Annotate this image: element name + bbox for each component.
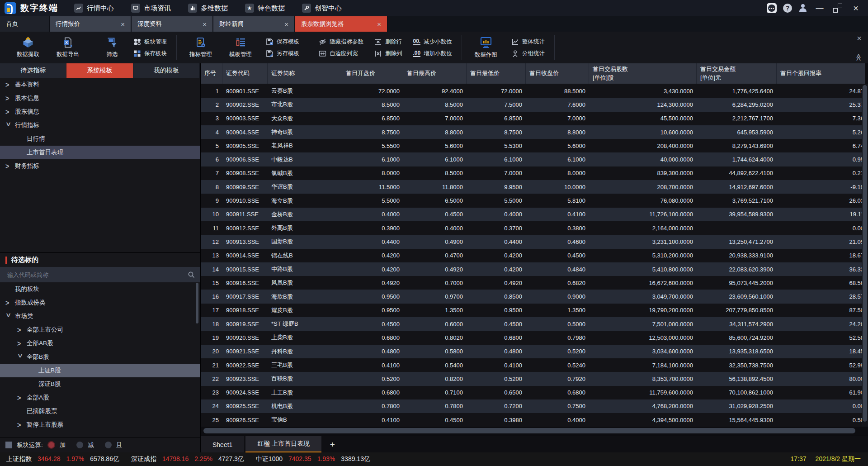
panel-collapse-icon[interactable]: ≪ — [854, 53, 863, 61]
table-row[interactable]: 22900923.SSE百联B股0.52000.82000.52000.7920… — [201, 372, 865, 385]
save-template-button[interactable]: 保存模板 — [266, 38, 299, 46]
overall-stats-button[interactable]: 整体统计 — [511, 38, 545, 46]
table-row[interactable]: 2900902.SSE市北B股8.50008.50007.50007.60001… — [201, 98, 865, 111]
save-block-button[interactable]: 保存板块 — [133, 50, 167, 57]
tree-item[interactable]: >上市首日表现 — [0, 146, 200, 159]
table-row[interactable]: 1900901.SSE云赛B股72.000092.400072.000088.5… — [201, 84, 865, 98]
table-row[interactable]: 9900910.SSE海立B股5.50006.50005.50005.81007… — [201, 194, 865, 207]
panel-close-icon[interactable]: × — [857, 33, 862, 43]
table-row[interactable]: 15900916.SSE凤凰B股0.49200.70000.49200.6820… — [201, 276, 865, 290]
decrease-decimal-button[interactable]: 00. 减少小数位 — [413, 38, 452, 46]
block-op-checkbox[interactable] — [5, 442, 12, 448]
table-row[interactable]: 8900909.SSE华谊B股11.500011.80009.950010.00… — [201, 180, 865, 194]
table-row[interactable]: 5900905.SSE老凤祥B5.55005.60005.53005.60002… — [201, 139, 865, 152]
table-row[interactable]: 10900911.SSE金桥B股0.40000.45000.40000.4100… — [201, 208, 865, 221]
autofit-column-width-button[interactable]: 自适应列宽 — [319, 50, 363, 57]
column-header[interactable]: 证券简称 — [268, 63, 342, 84]
table-row[interactable]: 4900904.SSE神奇B股8.75008.80008.75008.80001… — [201, 125, 865, 139]
column-header[interactable]: 首日最高价 — [403, 63, 467, 84]
save-as-template-button[interactable]: 另存模板 — [266, 50, 299, 57]
top-tab[interactable]: 行情报价× — [50, 16, 132, 32]
tree-item[interactable]: >财务指标 — [0, 159, 200, 173]
table-row[interactable]: 3900903.SSE大众B股6.85007.00006.85007.00004… — [201, 112, 865, 125]
increase-decimal-button[interactable]: .00 增加小数位 — [413, 50, 452, 57]
sidebar-tab-pending-indicators[interactable]: 待选指标 — [0, 63, 66, 78]
close-button[interactable]: × — [850, 3, 862, 14]
tree-item[interactable]: >日行情 — [0, 132, 200, 146]
radio-add-label[interactable]: 加 — [60, 441, 66, 449]
column-header[interactable]: 首日个股回报率 — [777, 63, 865, 84]
tree-item[interactable]: >全部AB股 — [0, 337, 200, 350]
sheet-tab[interactable]: 红楹 上市首日表现 — [245, 436, 321, 452]
table-row[interactable]: 16900917.SSE海欣B股0.95000.97000.85000.9000… — [201, 290, 865, 303]
column-header[interactable]: 首日交易股数[单位]股 — [589, 63, 697, 84]
delete-row-button[interactable]: 删除行 — [374, 38, 402, 46]
menu-multidim-data[interactable]: 多维数据 — [179, 0, 236, 16]
targets-tree-scrollbar[interactable] — [196, 283, 198, 323]
column-header[interactable]: 证券代码 — [222, 63, 268, 84]
table-row[interactable]: 12900913.SSE国新B股0.44000.49000.44000.4600… — [201, 235, 865, 248]
top-tab[interactable]: 财经新闻× — [213, 16, 295, 32]
sidebar-tab-system-templates[interactable]: 系统模板 — [66, 63, 133, 78]
tree-item[interactable]: >上证B股 — [0, 364, 200, 377]
filter-button[interactable]: 筛选 — [96, 37, 128, 58]
tree-item[interactable]: >全部A股 — [0, 391, 200, 404]
search-input[interactable] — [6, 271, 188, 279]
horizontal-scrollbar[interactable] — [203, 428, 862, 434]
menu-quote-center[interactable]: 行情中心 — [66, 0, 123, 16]
table-row[interactable]: 19900920.SSE上柴B股0.68000.80200.68000.7980… — [201, 331, 865, 344]
tree-item[interactable]: >指数成份类 — [0, 296, 200, 309]
hide-indicator-params-button[interactable]: 隐藏指标参数 — [319, 38, 363, 46]
data-export-button[interactable]: X 数据导出 — [48, 37, 88, 58]
table-row[interactable]: 7900908.SSE氯碱B股8.00008.50007.00008.00008… — [201, 166, 865, 180]
menu-innovation-center[interactable]: 创智中心 — [293, 0, 350, 16]
tree-item[interactable]: >股东信息 — [0, 105, 200, 119]
table-row[interactable]: 18900919.SSE*ST 绿庭B0.45000.60000.45000.5… — [201, 317, 865, 331]
block-manage-button[interactable]: 板块管理 — [133, 38, 167, 46]
vertical-scrollbar-handle[interactable] — [863, 85, 867, 422]
user-icon[interactable] — [798, 4, 807, 13]
tree-item[interactable]: >深证B股 — [0, 377, 200, 391]
tree-item[interactable]: >股本信息 — [0, 91, 200, 105]
table-row[interactable]: 20900921.SSE丹科B股0.48000.58000.48000.5200… — [201, 345, 865, 358]
radio-and-label[interactable]: 且 — [116, 441, 123, 449]
sheet-tab[interactable]: Sheet1 — [201, 436, 244, 452]
tree-item[interactable]: >我的板块 — [0, 282, 200, 296]
data-extract-button[interactable]: 数据提取 — [8, 37, 48, 58]
tab-close-icon[interactable]: × — [203, 21, 207, 28]
tree-item[interactable]: >全部B股 — [0, 350, 200, 364]
radio-and[interactable] — [105, 442, 112, 448]
tab-close-icon[interactable]: × — [377, 21, 381, 28]
tab-close-icon[interactable]: × — [121, 21, 125, 28]
tree-item[interactable]: >市场类 — [0, 309, 200, 323]
top-tab[interactable]: 首页 — [0, 16, 50, 32]
tree-item[interactable]: >行情指标 — [0, 119, 200, 132]
table-row[interactable]: 25900926.SSE宝信B0.41000.45000.39800.40004… — [201, 413, 865, 427]
top-tab[interactable]: 深度资料× — [132, 16, 213, 32]
radio-subtract-label[interactable]: 减 — [88, 441, 94, 449]
column-header[interactable]: 首日最低价 — [467, 63, 526, 84]
column-header[interactable]: 首日开盘价 — [342, 63, 403, 84]
help-icon[interactable]: ? — [783, 4, 792, 13]
menu-featured-data[interactable]: ★ 特色数据 — [236, 0, 293, 16]
column-header[interactable]: 首日收盘价 — [526, 63, 589, 84]
table-row[interactable]: 21900922.SSE三毛B股0.41000.54000.41000.5240… — [201, 358, 865, 372]
tree-item[interactable]: >基本资料 — [0, 78, 200, 91]
tab-close-icon[interactable]: × — [284, 21, 288, 28]
group-stats-button[interactable]: 分组统计 — [511, 50, 545, 57]
horizontal-scrollbar-handle[interactable] — [203, 428, 855, 433]
table-row[interactable]: 24900925.SSE机电B股0.78000.78000.72000.7500… — [201, 399, 865, 413]
sidebar-tab-my-templates[interactable]: 我的模板 — [133, 63, 200, 78]
column-header[interactable]: 首日交易金额[单位]元 — [697, 63, 777, 84]
template-manage-button[interactable]: 模板管理 — [221, 37, 260, 58]
add-sheet-button[interactable]: + — [323, 436, 342, 452]
table-row[interactable]: 17900918.SSE耀皮B股0.95001.35000.95001.3500… — [201, 304, 865, 317]
search-icon[interactable] — [188, 271, 195, 279]
top-tab[interactable]: 股票数据浏览器× — [295, 16, 388, 32]
radio-add[interactable] — [47, 441, 55, 449]
radio-subtract[interactable] — [76, 442, 83, 448]
vertical-scrollbar[interactable] — [862, 84, 868, 427]
tree-item[interactable]: >已摘牌股票 — [0, 404, 200, 418]
tree-item[interactable]: >全部上市公司 — [0, 323, 200, 337]
table-row[interactable]: 6900906.SSE中毅达B6.10006.10006.10006.10004… — [201, 152, 865, 166]
